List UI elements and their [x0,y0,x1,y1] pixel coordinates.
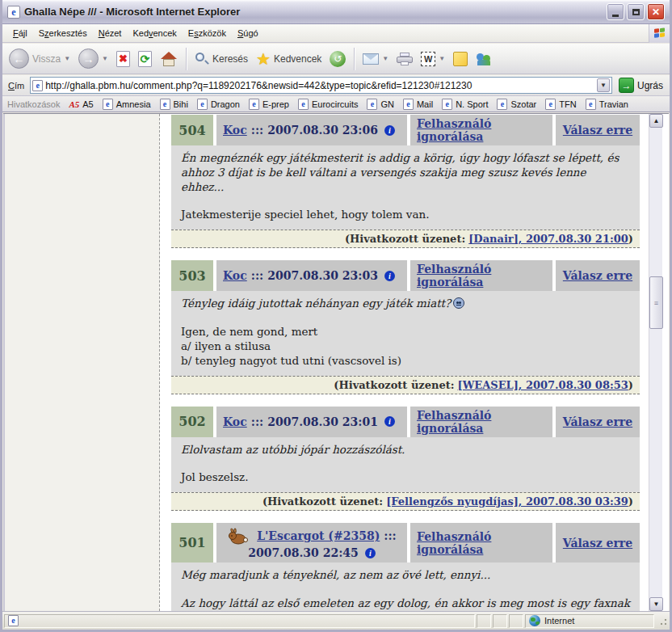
link-ie-icon: e [249,99,259,110]
menu-edit[interactable]: Szerkesztés [33,26,93,40]
forum-post-501: 501 L'Escargot (#2358) [171,523,640,611]
referenced-message-link[interactable]: [WEASEL], 2007.08.30 08:53 [458,379,628,391]
scroll-down-icon[interactable]: ▼ [649,597,663,611]
referenced-message-link[interactable]: [Fellengzős nyugdíjas], 2007.08.30 03:39 [386,495,628,508]
menu-tools[interactable]: Eszközök [183,26,232,40]
windows-flag-icon [654,27,666,39]
status-main-panel: e [4,614,475,628]
vertical-scrollbar[interactable]: ▲ ≡ ▼ [649,114,662,611]
post-footer: (Hivatkozott üzenet:[Danair], 2007.08.30… [171,230,640,248]
quoted-text: Én megnéznék egy játékmesterit is addig … [181,151,630,194]
post-footer: (Hivatkozott üzenet:[Fellengzős nyugdíja… [171,492,640,511]
ref-suffix: ) [628,233,633,245]
link-n-sport[interactable]: eN. Sport [442,99,488,110]
info-icon[interactable]: i [384,271,395,281]
author-link[interactable]: L'Escargot (#2358) [257,529,380,542]
print-button[interactable] [393,46,416,72]
post-author-cell: L'Escargot (#2358) ::: 2007.08.30 22:45 … [216,523,407,562]
link-tfn[interactable]: eTFN [545,99,576,110]
rolleyes-emoticon-icon [453,297,464,309]
scrollbar-thumb[interactable]: ≡ [649,276,663,329]
ignore-user-link[interactable]: Felhasználó ignorálása [410,407,552,437]
mail-button[interactable]: ▼ [359,46,392,72]
messenger-icon [476,52,492,66]
resize-grip[interactable] [657,616,668,626]
address-dropdown-icon[interactable]: ▼ [597,78,610,92]
post-datetime: 2007.08.30 23:03 [267,269,378,282]
back-dropdown-icon[interactable]: ▼ [64,55,70,62]
history-button[interactable]: ↺ [326,46,349,72]
author-link[interactable]: Koc [223,269,247,282]
ie-app-icon: e [7,6,20,19]
post-text: Jol beszelsz. [181,470,630,485]
link-szotar[interactable]: eSzotar [497,99,536,110]
info-icon[interactable]: i [365,548,376,558]
windows-logo [649,24,670,43]
author-separator: ::: [251,415,264,428]
address-input[interactable] [45,80,594,91]
reply-link[interactable]: Válasz erre [556,115,640,145]
history-icon: ↺ [330,51,346,67]
reply-link[interactable]: Válasz erre [556,260,640,291]
edit-button[interactable]: W ▼ [418,46,448,72]
ignore-user-link[interactable]: Felhasználó ignorálása [410,115,552,145]
info-icon[interactable]: i [384,416,395,427]
link-travian[interactable]: eTravian [586,99,628,110]
link-gn[interactable]: eGN [367,99,394,110]
mail-dropdown-icon[interactable]: ▼ [382,55,388,62]
menu-file[interactable]: Fájl [7,26,33,40]
home-button[interactable] [157,46,181,72]
quoted-text: Tényleg idáig jutottak néhányan egy játé… [181,297,630,311]
refresh-icon: ⟳ [138,51,152,67]
post-number: 504 [171,115,213,145]
ignore-user-link[interactable]: Felhasználó ignorálása [410,523,552,562]
forward-button[interactable]: → ▼ [75,46,111,72]
post-header: 503 Koc ::: 2007.08.30 23:03 i Felhaszná… [171,260,640,291]
link-eurocircuits[interactable]: eEurocircuits [298,99,358,110]
post-author-cell: Koc ::: 2007.08.30 23:03 i [216,260,407,291]
minimize-button[interactable] [607,3,624,20]
link-dragon[interactable]: eDragon [197,99,240,110]
page-content: 504 Koc ::: 2007.08.30 23:06 i Felhaszná… [3,113,669,611]
post-author-cell: Koc ::: 2007.08.30 23:06 i [216,115,407,145]
edit-word-icon: W [421,52,435,66]
ignore-user-link[interactable]: Felhasználó ignorálása [410,260,552,291]
reply-link[interactable]: Válasz erre [556,523,640,562]
link-bihi[interactable]: eBihi [160,99,188,110]
favorites-button[interactable]: ★ Kedvencek [253,46,325,72]
forum-post-504: 504 Koc ::: 2007.08.30 23:06 i Felhaszná… [171,115,640,248]
title-bar: e Ghalla Népe /// - Microsoft Internet E… [2,0,670,24]
scroll-up-icon[interactable]: ▲ [649,114,663,128]
search-label: Keresés [212,53,248,65]
link-e-prep[interactable]: eE-prep [249,99,289,110]
print-icon [397,53,413,65]
reply-link[interactable]: Válasz erre [556,407,640,437]
forum-thread: 504 Koc ::: 2007.08.30 23:06 i Felhaszná… [171,115,640,611]
menu-view[interactable]: Nézet [93,26,128,40]
link-mail[interactable]: eMail [403,99,433,110]
link-ie-icon: e [545,99,556,110]
author-link[interactable]: Koc [223,124,247,137]
stop-icon: ✖ [116,51,130,67]
info-icon[interactable]: i [384,125,395,136]
menu-help[interactable]: Súgó [232,26,264,40]
stop-button[interactable]: ✖ [113,46,133,72]
close-button[interactable]: ✕ [647,3,665,20]
maximize-button[interactable] [627,3,645,20]
refresh-button[interactable]: ⟳ [135,46,155,72]
discuss-button[interactable] [450,46,471,72]
edit-dropdown-icon[interactable]: ▼ [439,55,445,62]
menu-favorites[interactable]: Kedvencek [127,26,182,40]
link-a5[interactable]: A5A5 [69,99,93,109]
post-datetime: 2007.08.30 22:45 [248,546,359,559]
forward-dropdown-icon[interactable]: ▼ [102,55,108,62]
author-link[interactable]: Koc [223,415,247,428]
link-amnesia[interactable]: eAmnesia [103,99,151,110]
messenger-button[interactable] [472,46,495,72]
back-button[interactable]: ← Vissza ▼ [6,46,74,72]
referenced-message-link[interactable]: [Danair], 2007.08.30 21:00 [468,233,628,245]
go-button[interactable]: → Ugrás [615,78,666,93]
search-button[interactable]: Keresés [191,46,251,72]
home-icon [160,52,178,66]
forward-icon: → [78,48,99,69]
